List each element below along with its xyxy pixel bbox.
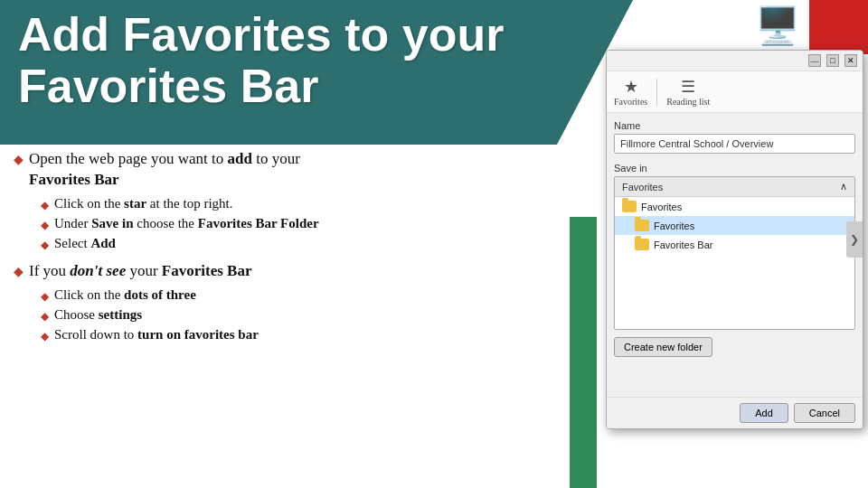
name-field-label: Name bbox=[614, 120, 855, 131]
bullet-1a-text: Click on the star at the top right. bbox=[54, 196, 232, 211]
folder-tree-header: Favorites ∧ bbox=[615, 177, 854, 197]
favorites-tab[interactable]: ★ Favorites bbox=[614, 77, 647, 107]
create-new-folder-button[interactable]: Create new folder bbox=[614, 337, 712, 357]
name-field-value[interactable]: Fillmore Central School / Overview bbox=[614, 134, 855, 154]
folder-header-label: Favorites bbox=[622, 182, 663, 192]
page-title: Add Favorites to your Favorites Bar bbox=[18, 9, 504, 112]
title-line2: Favorites Bar bbox=[18, 61, 504, 112]
bullet-1b: ◆ Under Save in choose the Favorites Bar… bbox=[41, 216, 588, 232]
bullet-diamond-2b: ◆ bbox=[41, 310, 49, 324]
folder-icon-favorites-bar bbox=[635, 239, 649, 250]
folder-name-favorites-sub: Favorites bbox=[654, 221, 694, 231]
folder-name-favorites: Favorites bbox=[641, 202, 682, 212]
browser-favorites-dialog: — □ ✕ ★ Favorites ☰ Reading list Name Fi… bbox=[606, 50, 863, 429]
bullet-1: ◆ Open the web page you want to add to y… bbox=[14, 149, 588, 191]
dialog-body: Name Fillmore Central School / Overview … bbox=[607, 113, 863, 379]
bullet-2a-text: Click on the dots of three bbox=[54, 287, 196, 303]
bullet-1a: ◆ Click on the star at the top right. bbox=[41, 196, 588, 212]
bullet-diamond-1a: ◆ bbox=[41, 199, 49, 212]
favorites-label: Favorites bbox=[614, 97, 647, 107]
main-content: ◆ Open the web page you want to add to y… bbox=[14, 149, 588, 479]
bullet-2c-text: Scroll down to turn on favorites bar bbox=[54, 327, 259, 343]
bullet-diamond-1: ◆ bbox=[14, 152, 24, 167]
reading-list-label: Reading list bbox=[666, 97, 710, 107]
chevron-up-icon: ∧ bbox=[840, 181, 847, 192]
dialog-expand-arrow[interactable]: ❯ bbox=[846, 221, 863, 258]
computer-icon: 🖥️ bbox=[750, 5, 805, 50]
folder-item-favorites[interactable]: Favorites bbox=[615, 197, 854, 216]
bullet-2: ◆ If you don't see your Favorites Bar bbox=[14, 261, 588, 282]
folder-item-favorites-selected[interactable]: Favorites bbox=[615, 216, 854, 235]
dialog-footer: Add Cancel bbox=[607, 397, 863, 428]
dialog-toolbar: ★ Favorites ☰ Reading list bbox=[607, 71, 863, 113]
folder-name-favorites-bar: Favorites Bar bbox=[654, 239, 712, 250]
maximize-button[interactable]: □ bbox=[826, 54, 839, 67]
bullet-diamond-1c: ◆ bbox=[41, 239, 49, 252]
title-line1: Add Favorites to your bbox=[18, 9, 504, 61]
save-in-label: Save in bbox=[614, 163, 855, 174]
bullet-2-text: If you don't see your Favorites Bar bbox=[29, 261, 251, 282]
bullet-2b-text: Choose settings bbox=[54, 307, 142, 323]
red-accent-rectangle bbox=[809, 0, 868, 54]
toolbar-divider bbox=[656, 79, 657, 106]
star-icon: ★ bbox=[624, 77, 638, 97]
bullet-diamond-2c: ◆ bbox=[41, 330, 49, 343]
bullet-diamond-2: ◆ bbox=[14, 264, 24, 279]
bullet-diamond-2a: ◆ bbox=[41, 290, 49, 304]
reading-list-icon: ☰ bbox=[681, 77, 695, 97]
bullet-2a: ◆ Click on the dots of three bbox=[41, 287, 588, 304]
dialog-titlebar: — □ ✕ bbox=[607, 51, 863, 71]
bullet-1-text: Open the web page you want to add to you… bbox=[29, 149, 300, 191]
add-button[interactable]: Add bbox=[740, 403, 788, 423]
reading-list-tab[interactable]: ☰ Reading list bbox=[666, 77, 710, 107]
bullet-2b: ◆ Choose settings bbox=[41, 307, 588, 324]
bullet-diamond-1b: ◆ bbox=[41, 219, 49, 232]
bullet-1c: ◆ Select Add bbox=[41, 236, 588, 252]
bullet-1c-text: Select Add bbox=[54, 236, 116, 251]
bullet-1b-text: Under Save in choose the Favorites Bar F… bbox=[54, 216, 319, 231]
minimize-button[interactable]: — bbox=[808, 54, 821, 67]
folder-icon-favorites bbox=[622, 201, 637, 212]
bullet-2c: ◆ Scroll down to turn on favorites bar bbox=[41, 327, 588, 343]
folder-item-favorites-bar[interactable]: Favorites Bar bbox=[615, 235, 854, 254]
cancel-button[interactable]: Cancel bbox=[794, 403, 855, 423]
folder-icon-favorites-sub bbox=[635, 220, 649, 231]
close-button[interactable]: ✕ bbox=[844, 54, 857, 67]
folder-tree: Favorites ∧ Favorites Favorites Favorite… bbox=[614, 176, 855, 330]
